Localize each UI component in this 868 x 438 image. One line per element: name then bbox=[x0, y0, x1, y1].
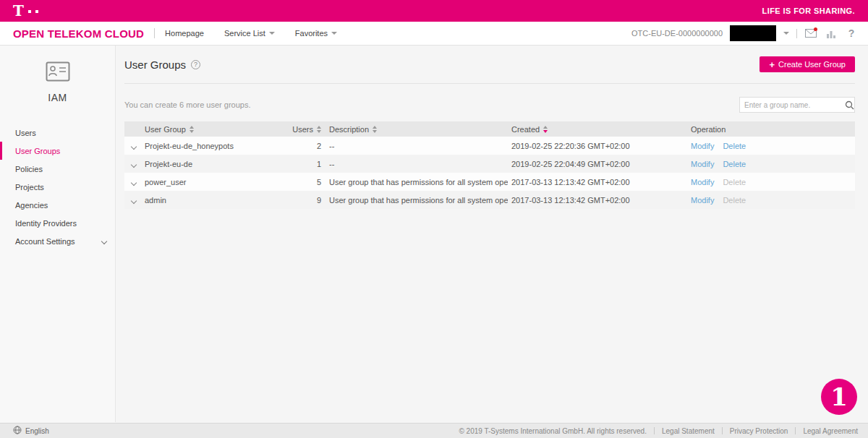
expand-row-icon[interactable] bbox=[131, 143, 137, 149]
page-body: IAM Users User Groups Policies Projects … bbox=[0, 46, 868, 422]
group-users-count: 2 bbox=[289, 142, 326, 150]
otc-brand-logo[interactable]: OPEN TELEKOM CLOUD bbox=[13, 27, 144, 40]
delete-link-disabled: Delete bbox=[723, 196, 746, 205]
user-groups-table: User Group Users Description Created Ope… bbox=[124, 121, 855, 209]
sort-icon[interactable] bbox=[317, 126, 321, 133]
plus-icon: + bbox=[769, 60, 775, 69]
iam-idcard-icon bbox=[46, 61, 70, 85]
language-selector[interactable]: English bbox=[13, 426, 49, 436]
copyright-text: © 2019 T-Systems International GmbH. All… bbox=[459, 427, 647, 435]
sort-icon[interactable] bbox=[190, 126, 194, 133]
footer-links: © 2019 T-Systems International GmbH. All… bbox=[459, 427, 858, 435]
annotation-step-badge: 1 bbox=[821, 379, 857, 415]
table-row: Projekt-eu-de_honeypots 2 -- 2019-02-25 … bbox=[124, 137, 855, 155]
group-created: 2017-03-13 12:13:42 GMT+02:00 bbox=[508, 196, 689, 205]
footer-divider bbox=[795, 427, 796, 434]
delete-link[interactable]: Delete bbox=[723, 160, 746, 168]
app-header: OPEN TELEKOM CLOUD Homepage Service List… bbox=[0, 22, 868, 46]
group-search-box bbox=[739, 97, 855, 113]
expand-row-icon[interactable] bbox=[131, 179, 137, 185]
table-tools-row: You can create 6 more user groups. bbox=[124, 97, 855, 113]
search-input[interactable] bbox=[740, 101, 844, 109]
column-header-users[interactable]: Users bbox=[292, 125, 321, 134]
table-row: power_user 5 User group that has permiss… bbox=[124, 173, 855, 191]
delete-link-disabled: Delete bbox=[723, 178, 746, 186]
service-name: IAM bbox=[0, 92, 115, 103]
logo-dot bbox=[28, 10, 31, 13]
page-footer: English © 2019 T-Systems International G… bbox=[0, 423, 868, 438]
quota-note: You can create 6 more user groups. bbox=[124, 100, 250, 109]
chevron-down-icon bbox=[101, 238, 107, 244]
group-users-count: 9 bbox=[289, 196, 326, 205]
brand-tagline: LIFE IS FOR SHARING. bbox=[762, 7, 855, 15]
notification-badge bbox=[814, 27, 817, 31]
header-right-cluster: OTC-EU-DE-0000000000 ? bbox=[631, 25, 858, 41]
sort-icon[interactable] bbox=[373, 126, 377, 133]
group-name: admin bbox=[145, 196, 289, 205]
create-user-group-button[interactable]: + Create User Group bbox=[760, 56, 855, 72]
header-divider bbox=[154, 28, 155, 38]
page-title: User Groups bbox=[124, 59, 186, 71]
resources-chart-icon[interactable] bbox=[825, 27, 838, 40]
group-created: 2017-03-13 12:13:42 GMT+02:00 bbox=[508, 178, 689, 186]
search-icon[interactable] bbox=[844, 100, 854, 110]
column-header-user-group[interactable]: User Group bbox=[145, 125, 194, 134]
group-description: -- bbox=[326, 142, 508, 150]
legal-statement-link[interactable]: Legal Statement bbox=[662, 427, 715, 435]
page-title-row: User Groups ? + Create User Group bbox=[124, 46, 855, 84]
account-dropdown-icon[interactable] bbox=[783, 32, 789, 35]
group-description: User group that has permissions for all … bbox=[326, 178, 508, 186]
chevron-down-icon bbox=[331, 32, 337, 35]
table-header-row: User Group Users Description Created Ope… bbox=[124, 121, 855, 137]
top-brand-bar: T LIFE IS FOR SHARING. bbox=[0, 0, 868, 22]
column-header-operation: Operation bbox=[689, 125, 855, 134]
sidebar-menu: Users User Groups Policies Projects Agen… bbox=[0, 124, 115, 250]
main-content: User Groups ? + Create User Group You ca… bbox=[116, 46, 868, 422]
iam-sidebar: IAM Users User Groups Policies Projects … bbox=[0, 46, 116, 422]
table-row: admin 9 User group that has permissions … bbox=[124, 191, 855, 209]
modify-link[interactable]: Modify bbox=[691, 178, 714, 186]
help-icon[interactable]: ? bbox=[845, 27, 858, 40]
telekom-logo-icon: T bbox=[13, 4, 38, 17]
sidebar-item-policies[interactable]: Policies bbox=[0, 160, 115, 178]
table-row: Projekt-eu-de 1 -- 2019-02-25 22:04:49 G… bbox=[124, 155, 855, 173]
group-name: power_user bbox=[145, 178, 289, 186]
group-description: -- bbox=[326, 160, 508, 168]
nav-favorites[interactable]: Favorites bbox=[295, 29, 337, 38]
group-created: 2019-02-25 22:04:49 GMT+02:00 bbox=[508, 160, 689, 168]
sort-icon-active-desc[interactable] bbox=[543, 126, 548, 133]
footer-divider bbox=[722, 427, 723, 434]
modify-link[interactable]: Modify bbox=[691, 142, 714, 150]
expand-row-icon[interactable] bbox=[131, 197, 137, 203]
sidebar-item-projects[interactable]: Projects bbox=[0, 178, 115, 196]
group-created: 2019-02-25 22:20:36 GMT+02:00 bbox=[508, 142, 689, 150]
legal-agreement-link[interactable]: Legal Agreement bbox=[803, 427, 858, 435]
sidebar-item-identity-providers[interactable]: Identity Providers bbox=[0, 214, 115, 232]
group-description: User group that has permissions for all … bbox=[326, 196, 508, 205]
nav-homepage[interactable]: Homepage bbox=[165, 29, 204, 38]
group-name: Projekt-eu-de bbox=[145, 160, 289, 168]
modify-link[interactable]: Modify bbox=[691, 196, 714, 205]
telekom-logo-t: T bbox=[13, 4, 24, 17]
group-users-count: 5 bbox=[289, 178, 326, 186]
messages-icon[interactable] bbox=[804, 27, 817, 40]
sidebar-item-users[interactable]: Users bbox=[0, 124, 115, 142]
sidebar-item-agencies[interactable]: Agencies bbox=[0, 196, 115, 214]
title-help-icon[interactable]: ? bbox=[191, 60, 200, 69]
delete-link[interactable]: Delete bbox=[723, 142, 746, 150]
column-header-description[interactable]: Description bbox=[329, 125, 377, 134]
column-header-created[interactable]: Created bbox=[511, 125, 548, 134]
sidebar-item-user-groups[interactable]: User Groups bbox=[0, 142, 115, 160]
redacted-account-box bbox=[730, 25, 776, 41]
nav-service-list[interactable]: Service List bbox=[224, 29, 275, 38]
modify-link[interactable]: Modify bbox=[691, 160, 714, 168]
sidebar-item-account-settings[interactable]: Account Settings bbox=[0, 232, 115, 250]
group-name: Projekt-eu-de_honeypots bbox=[145, 142, 289, 150]
expand-row-icon[interactable] bbox=[131, 161, 137, 167]
group-users-count: 1 bbox=[289, 160, 326, 168]
account-name[interactable]: OTC-EU-DE-0000000000 bbox=[631, 29, 723, 38]
footer-divider bbox=[654, 427, 655, 434]
privacy-protection-link[interactable]: Privacy Protection bbox=[730, 427, 788, 435]
main-nav: Homepage Service List Favorites bbox=[165, 29, 337, 38]
logo-dot bbox=[35, 10, 38, 13]
